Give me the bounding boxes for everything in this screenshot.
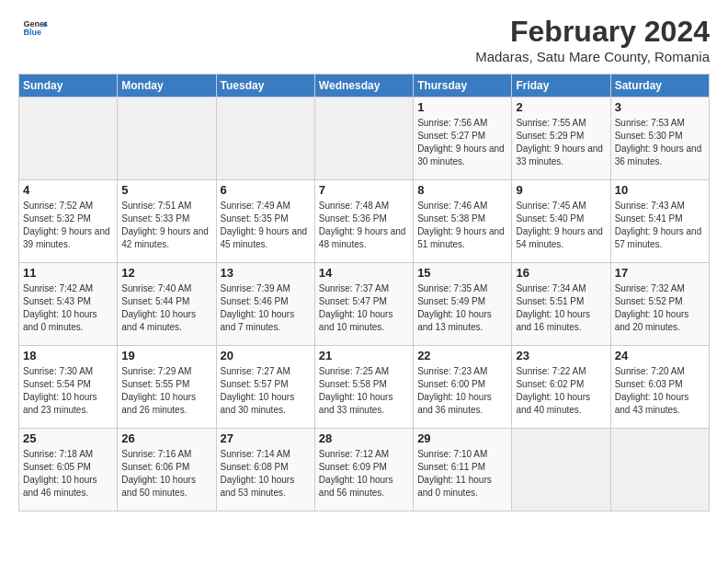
header-row: Sunday Monday Tuesday Wednesday Thursday… — [19, 75, 710, 98]
table-row: 15Sunrise: 7:35 AM Sunset: 5:49 PM Dayli… — [414, 263, 512, 346]
table-row: 25Sunrise: 7:18 AM Sunset: 6:05 PM Dayli… — [19, 429, 118, 511]
table-row: 21Sunrise: 7:25 AM Sunset: 5:58 PM Dayli… — [314, 346, 413, 429]
day-info: Sunrise: 7:46 AM Sunset: 5:38 PM Dayligh… — [417, 200, 507, 251]
day-info: Sunrise: 7:43 AM Sunset: 5:41 PM Dayligh… — [615, 200, 705, 251]
table-row: 16Sunrise: 7:34 AM Sunset: 5:51 PM Dayli… — [512, 263, 610, 346]
calendar-subtitle: Madaras, Satu Mare County, Romania — [475, 49, 710, 64]
table-row: 14Sunrise: 7:37 AM Sunset: 5:47 PM Dayli… — [314, 263, 413, 346]
day-number: 24 — [615, 349, 705, 362]
day-number: 27 — [221, 431, 311, 445]
day-info: Sunrise: 7:45 AM Sunset: 5:40 PM Dayligh… — [516, 200, 606, 251]
table-row: 10Sunrise: 7:43 AM Sunset: 5:41 PM Dayli… — [610, 180, 709, 263]
svg-text:Blue: Blue — [23, 28, 41, 37]
calendar-week-5: 25Sunrise: 7:18 AM Sunset: 6:05 PM Dayli… — [19, 429, 710, 511]
col-sunday: Sunday — [19, 75, 118, 98]
day-number: 28 — [319, 431, 409, 445]
day-info: Sunrise: 7:10 AM Sunset: 6:11 PM Dayligh… — [417, 448, 507, 500]
table-row: 3Sunrise: 7:53 AM Sunset: 5:30 PM Daylig… — [610, 98, 709, 180]
day-number: 29 — [417, 431, 507, 445]
day-info: Sunrise: 7:39 AM Sunset: 5:46 PM Dayligh… — [221, 282, 311, 334]
day-info: Sunrise: 7:27 AM Sunset: 5:57 PM Dayligh… — [221, 365, 311, 417]
day-number: 10 — [615, 183, 705, 197]
day-number: 7 — [319, 183, 409, 197]
day-number: 6 — [221, 183, 311, 197]
day-number: 1 — [417, 100, 507, 114]
day-info: Sunrise: 7:18 AM Sunset: 6:05 PM Dayligh… — [23, 448, 113, 500]
day-info: Sunrise: 7:25 AM Sunset: 5:58 PM Dayligh… — [319, 365, 409, 417]
table-row: 27Sunrise: 7:14 AM Sunset: 6:08 PM Dayli… — [216, 429, 314, 511]
table-row: 7Sunrise: 7:48 AM Sunset: 5:36 PM Daylig… — [314, 180, 413, 263]
day-info: Sunrise: 7:55 AM Sunset: 5:29 PM Dayligh… — [516, 117, 606, 168]
table-row: 18Sunrise: 7:30 AM Sunset: 5:54 PM Dayli… — [19, 346, 118, 429]
day-info: Sunrise: 7:20 AM Sunset: 6:03 PM Dayligh… — [615, 365, 705, 417]
table-row — [118, 98, 216, 180]
table-row: 13Sunrise: 7:39 AM Sunset: 5:46 PM Dayli… — [216, 263, 314, 346]
day-number: 21 — [319, 349, 409, 362]
day-number: 4 — [23, 183, 113, 197]
table-row: 2Sunrise: 7:55 AM Sunset: 5:29 PM Daylig… — [512, 98, 610, 180]
day-info: Sunrise: 7:23 AM Sunset: 6:00 PM Dayligh… — [417, 365, 507, 417]
col-saturday: Saturday — [610, 75, 709, 98]
day-number: 3 — [615, 100, 705, 114]
day-number: 9 — [516, 183, 606, 197]
day-info: Sunrise: 7:40 AM Sunset: 5:44 PM Dayligh… — [121, 282, 211, 334]
day-info: Sunrise: 7:53 AM Sunset: 5:30 PM Dayligh… — [615, 117, 705, 168]
day-number: 19 — [121, 349, 211, 362]
table-row — [512, 429, 610, 511]
calendar-title: February 2024 — [475, 15, 710, 49]
table-row: 8Sunrise: 7:46 AM Sunset: 5:38 PM Daylig… — [414, 180, 512, 263]
day-number: 14 — [319, 266, 409, 280]
day-number: 5 — [121, 183, 211, 197]
col-friday: Friday — [512, 75, 610, 98]
day-number: 11 — [23, 266, 113, 280]
title-section: February 2024 Madaras, Satu Mare County,… — [475, 15, 710, 64]
day-number: 2 — [516, 100, 606, 114]
day-number: 8 — [417, 183, 507, 197]
day-number: 12 — [121, 266, 211, 280]
day-info: Sunrise: 7:42 AM Sunset: 5:43 PM Dayligh… — [23, 282, 113, 334]
logo: General Blue — [18, 15, 48, 40]
day-info: Sunrise: 7:30 AM Sunset: 5:54 PM Dayligh… — [23, 365, 113, 417]
table-row: 20Sunrise: 7:27 AM Sunset: 5:57 PM Dayli… — [216, 346, 314, 429]
table-row: 26Sunrise: 7:16 AM Sunset: 6:06 PM Dayli… — [118, 429, 216, 511]
table-row: 11Sunrise: 7:42 AM Sunset: 5:43 PM Dayli… — [19, 263, 118, 346]
col-thursday: Thursday — [414, 75, 512, 98]
calendar-table: Sunday Monday Tuesday Wednesday Thursday… — [18, 74, 710, 511]
table-row: 28Sunrise: 7:12 AM Sunset: 6:09 PM Dayli… — [314, 429, 413, 511]
day-info: Sunrise: 7:29 AM Sunset: 5:55 PM Dayligh… — [121, 365, 211, 417]
table-row: 29Sunrise: 7:10 AM Sunset: 6:11 PM Dayli… — [414, 429, 512, 511]
day-number: 15 — [417, 266, 507, 280]
table-row — [610, 429, 709, 511]
table-row: 19Sunrise: 7:29 AM Sunset: 5:55 PM Dayli… — [118, 346, 216, 429]
logo-icon: General Blue — [22, 15, 48, 40]
day-info: Sunrise: 7:51 AM Sunset: 5:33 PM Dayligh… — [121, 200, 211, 251]
table-row: 5Sunrise: 7:51 AM Sunset: 5:33 PM Daylig… — [118, 180, 216, 263]
day-info: Sunrise: 7:48 AM Sunset: 5:36 PM Dayligh… — [319, 200, 409, 251]
day-number: 20 — [221, 349, 311, 362]
day-info: Sunrise: 7:49 AM Sunset: 5:35 PM Dayligh… — [221, 200, 311, 251]
day-info: Sunrise: 7:37 AM Sunset: 5:47 PM Dayligh… — [319, 282, 409, 334]
page-header: General Blue February 2024 Madaras, Satu… — [18, 15, 710, 64]
day-number: 16 — [516, 266, 606, 280]
calendar-week-3: 11Sunrise: 7:42 AM Sunset: 5:43 PM Dayli… — [19, 263, 710, 346]
col-wednesday: Wednesday — [314, 75, 413, 98]
day-info: Sunrise: 7:32 AM Sunset: 5:52 PM Dayligh… — [615, 282, 705, 334]
calendar-week-1: 1Sunrise: 7:56 AM Sunset: 5:27 PM Daylig… — [19, 98, 710, 180]
table-row: 1Sunrise: 7:56 AM Sunset: 5:27 PM Daylig… — [414, 98, 512, 180]
day-number: 23 — [516, 349, 606, 362]
table-row: 22Sunrise: 7:23 AM Sunset: 6:00 PM Dayli… — [414, 346, 512, 429]
day-number: 18 — [23, 349, 113, 362]
day-number: 22 — [417, 349, 507, 362]
table-row: 24Sunrise: 7:20 AM Sunset: 6:03 PM Dayli… — [610, 346, 709, 429]
col-tuesday: Tuesday — [216, 75, 314, 98]
day-info: Sunrise: 7:16 AM Sunset: 6:06 PM Dayligh… — [121, 448, 211, 500]
calendar-week-4: 18Sunrise: 7:30 AM Sunset: 5:54 PM Dayli… — [19, 346, 710, 429]
day-info: Sunrise: 7:34 AM Sunset: 5:51 PM Dayligh… — [516, 282, 606, 334]
col-monday: Monday — [118, 75, 216, 98]
table-row: 23Sunrise: 7:22 AM Sunset: 6:02 PM Dayli… — [512, 346, 610, 429]
day-number: 25 — [23, 431, 113, 445]
day-number: 17 — [615, 266, 705, 280]
calendar-week-2: 4Sunrise: 7:52 AM Sunset: 5:32 PM Daylig… — [19, 180, 710, 263]
table-row: 17Sunrise: 7:32 AM Sunset: 5:52 PM Dayli… — [610, 263, 709, 346]
day-info: Sunrise: 7:14 AM Sunset: 6:08 PM Dayligh… — [221, 448, 311, 500]
